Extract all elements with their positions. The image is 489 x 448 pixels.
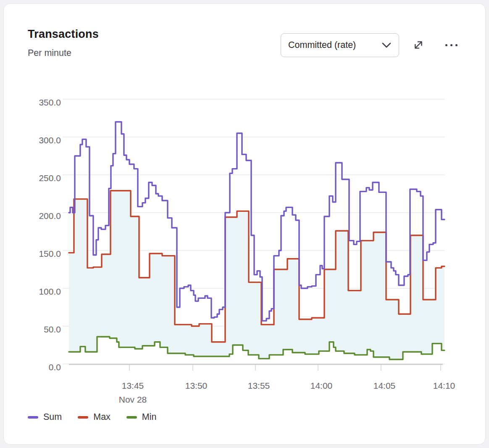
- x-axis-date-label: Nov 28: [110, 395, 156, 405]
- y-axis-label: 250.0: [27, 172, 61, 184]
- chart-card: Transactions Per minute Committed (rate)…: [3, 3, 486, 445]
- legend-swatch-max: [78, 416, 88, 419]
- transactions-step-chart[interactable]: [4, 4, 486, 444]
- x-axis-label: 14:10: [425, 380, 463, 392]
- y-axis-label: 200.0: [27, 210, 61, 222]
- y-axis-label: 100.0: [27, 286, 61, 298]
- legend-label-max: Max: [93, 412, 110, 422]
- x-axis-label: 14:05: [365, 380, 403, 392]
- x-axis-label: 14:00: [302, 380, 340, 392]
- legend-label-min: Min: [142, 412, 157, 422]
- legend-item-max[interactable]: Max: [78, 412, 110, 422]
- legend: Sum Max Min: [28, 412, 157, 422]
- y-axis-label: 50.0: [27, 324, 61, 335]
- legend-label-sum: Sum: [43, 412, 62, 422]
- legend-item-sum[interactable]: Sum: [28, 412, 62, 422]
- y-axis-label: 350.0: [27, 97, 61, 108]
- y-axis-label: 300.0: [27, 134, 61, 146]
- y-axis-label: 0.0: [27, 361, 61, 373]
- legend-item-min[interactable]: Min: [126, 412, 157, 422]
- y-axis-label: 150.0: [27, 248, 61, 260]
- x-axis-label: 13:55: [240, 380, 278, 392]
- legend-swatch-sum: [28, 416, 38, 419]
- x-axis-label: 13:50: [177, 380, 215, 392]
- x-axis-label: 13:45: [114, 380, 152, 392]
- legend-swatch-min: [126, 416, 137, 419]
